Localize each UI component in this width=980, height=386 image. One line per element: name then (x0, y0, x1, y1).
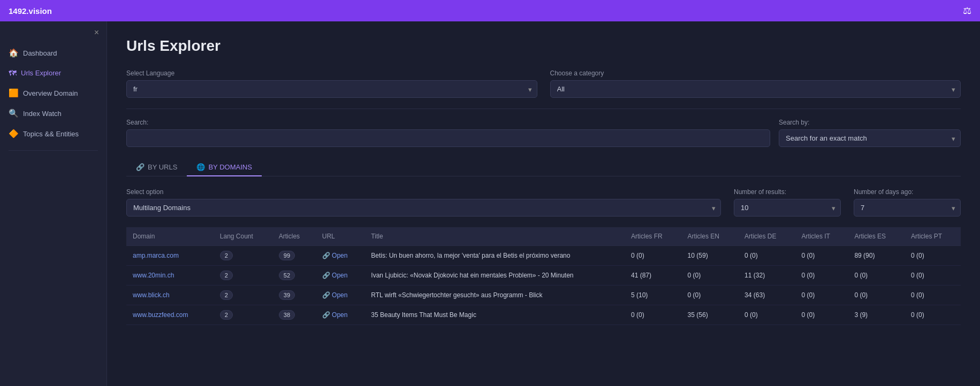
cell-articles-en: 35 (56) (681, 305, 739, 325)
cell-articles-it: 0 (0) (795, 305, 848, 325)
app-title: 1492.vision (9, 6, 52, 16)
cell-lang-count: 2 (214, 285, 272, 305)
cell-domain[interactable]: www.blick.ch (126, 285, 214, 305)
table-body: amp.marca.com 2 99 🔗 Open Betis: Un buen… (126, 246, 961, 325)
scale-icon: ⚖ (963, 5, 971, 17)
col-articles-fr: Articles FR (625, 227, 681, 246)
tab-by-urls[interactable]: 🔗 BY URLS (126, 159, 187, 176)
select-option-wrapper: Multilang Domains Single Lang Domains Al… (126, 199, 721, 217)
cell-articles-fr: 0 (0) (625, 305, 681, 325)
table-row: www.buzzfeed.com 2 38 🔗 Open 35 Beauty I… (126, 305, 961, 325)
open-link: 🔗 Open (322, 252, 359, 259)
sidebar-close-button[interactable]: × (0, 28, 107, 43)
cell-articles-fr: 0 (0) (625, 246, 681, 266)
cell-url[interactable]: 🔗 Open (316, 246, 365, 266)
select-option-group: Select option Multilang Domains Single L… (126, 188, 721, 217)
num-days-group: Number of days ago: 7 14 30 60 90 (854, 188, 961, 217)
cell-title: 35 Beauty Items That Must Be Magic (364, 305, 625, 325)
domain-link: amp.marca.com (133, 252, 179, 259)
cell-url[interactable]: 🔗 Open (316, 305, 365, 325)
search-row: Search: Search by: Search for an exact m… (126, 119, 961, 147)
language-select[interactable]: fr en de es it pt (126, 80, 537, 98)
sidebar-label-index-watch: Index Watch (23, 110, 62, 118)
sidebar-label-topics-entities: Topics && Entities (23, 130, 79, 138)
open-link: 🔗 Open (322, 291, 359, 299)
col-articles-en: Articles EN (681, 227, 739, 246)
cell-articles-pt: 0 (0) (905, 305, 961, 325)
num-days-select[interactable]: 7 14 30 60 90 (854, 199, 961, 217)
section-divider-1 (126, 109, 961, 109)
domain-link: www.blick.ch (133, 291, 170, 299)
search-by-group: Search by: Search for an exact match Sea… (779, 119, 961, 147)
domain-link: www.20min.ch (133, 272, 174, 279)
cell-articles: 52 (272, 266, 316, 285)
tab-by-domains-label: BY DOMAINS (208, 163, 252, 171)
results-table: Domain Lang Count Articles URL Title Art… (126, 227, 961, 325)
category-select[interactable]: All News Sports Tech Finance (550, 80, 961, 98)
cell-articles: 39 (272, 285, 316, 305)
urls-explorer-icon: 🗺 (9, 68, 17, 78)
sidebar-item-dashboard[interactable]: 🏠 Dashboard (0, 43, 107, 63)
category-group: Choose a category All News Sports Tech F… (550, 70, 961, 98)
cell-domain[interactable]: www.20min.ch (126, 266, 214, 285)
col-articles-de: Articles DE (738, 227, 795, 246)
cell-domain[interactable]: amp.marca.com (126, 246, 214, 266)
table-row: www.20min.ch 2 52 🔗 Open Ivan Ljubicic: … (126, 266, 961, 285)
options-row: Select option Multilang Domains Single L… (126, 188, 961, 217)
cell-articles-en: 0 (0) (681, 285, 739, 305)
sidebar-item-index-watch[interactable]: 🔍 Index Watch (0, 103, 107, 123)
cell-articles-fr: 41 (87) (625, 266, 681, 285)
language-group: Select Language fr en de es it pt (126, 70, 537, 98)
language-label: Select Language (126, 70, 537, 77)
cell-title: Ivan Ljubicic: «Novak Djokovic hat ein m… (364, 266, 625, 285)
index-watch-icon: 🔍 (9, 109, 19, 118)
tab-by-domains[interactable]: 🌐 BY DOMAINS (187, 159, 261, 176)
sidebar-item-topics-entities[interactable]: 🔶 Topics && Entities (0, 123, 107, 144)
cell-domain[interactable]: www.buzzfeed.com (126, 305, 214, 325)
cell-articles-es: 0 (0) (848, 285, 905, 305)
num-results-group: Number of results: 10 25 50 100 (734, 188, 841, 217)
col-articles-pt: Articles PT (905, 227, 961, 246)
cell-articles-fr: 5 (10) (625, 285, 681, 305)
dashboard-icon: 🏠 (9, 48, 19, 58)
category-select-wrapper: All News Sports Tech Finance (550, 80, 961, 98)
cell-url[interactable]: 🔗 Open (316, 285, 365, 305)
sidebar-item-urls-explorer[interactable]: 🗺 Urls Explorer (0, 63, 107, 83)
col-articles-it: Articles IT (795, 227, 848, 246)
open-link: 🔗 Open (322, 272, 359, 279)
topics-entities-icon: 🔶 (9, 129, 19, 138)
select-option-select[interactable]: Multilang Domains Single Lang Domains Al… (126, 199, 721, 217)
search-by-select[interactable]: Search for an exact match Search by keyw… (779, 129, 961, 147)
table-row: amp.marca.com 2 99 🔗 Open Betis: Un buen… (126, 246, 961, 266)
cell-articles-pt: 0 (0) (905, 266, 961, 285)
results-table-wrapper: Domain Lang Count Articles URL Title Art… (126, 227, 961, 325)
select-option-label: Select option (126, 188, 721, 196)
cell-articles-pt: 0 (0) (905, 246, 961, 266)
sidebar-label-dashboard: Dashboard (23, 49, 57, 57)
cell-title: RTL wirft «Schwiegertochter gesucht» aus… (364, 285, 625, 305)
num-results-select[interactable]: 10 25 50 100 (734, 199, 841, 217)
cell-articles-de: 34 (63) (738, 285, 795, 305)
search-input[interactable] (126, 129, 770, 147)
num-results-wrapper: 10 25 50 100 (734, 199, 841, 217)
sidebar-item-overview-domain[interactable]: 🟧 Overview Domain (0, 83, 107, 103)
cell-articles-it: 0 (0) (795, 285, 848, 305)
sidebar-label-overview-domain: Overview Domain (23, 89, 78, 97)
sidebar: × 🏠 Dashboard 🗺 Urls Explorer 🟧 Overview… (0, 21, 107, 386)
tabs: 🔗 BY URLS 🌐 BY DOMAINS (126, 159, 961, 176)
search-by-select-wrapper: Search for an exact match Search by keyw… (779, 129, 961, 147)
sidebar-divider (9, 150, 98, 151)
overview-domain-icon: 🟧 (9, 88, 19, 98)
cell-articles: 38 (272, 305, 316, 325)
search-by-label: Search by: (779, 119, 961, 126)
cell-articles-de: 11 (32) (738, 266, 795, 285)
cell-articles: 99 (272, 246, 316, 266)
language-select-wrapper: fr en de es it pt (126, 80, 537, 98)
cell-title: Betis: Un buen ahorro, la mejor 'venta' … (364, 246, 625, 266)
cell-articles-es: 0 (0) (848, 266, 905, 285)
cell-url[interactable]: 🔗 Open (316, 266, 365, 285)
topbar: 1492.vision ⚖ (0, 0, 980, 21)
page-title: Urls Explorer (126, 37, 961, 55)
cell-articles-es: 3 (9) (848, 305, 905, 325)
open-link: 🔗 Open (322, 311, 359, 319)
